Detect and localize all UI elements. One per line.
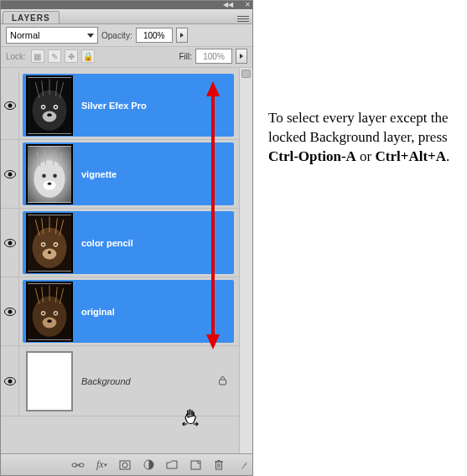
panel-header: LAYERS xyxy=(1,9,252,24)
svg-point-28 xyxy=(8,241,12,245)
visibility-eye-icon[interactable] xyxy=(4,377,16,385)
panel-tab-layers[interactable]: LAYERS xyxy=(3,11,60,23)
mask-icon[interactable] xyxy=(118,458,132,472)
layers-panel: ◀◀ ✕ LAYERS Normal Opacity: 100% Lock: ▦… xyxy=(0,0,253,476)
layer-row[interactable]: Silver Efex Pro xyxy=(1,71,239,140)
blend-mode-select[interactable]: Normal xyxy=(6,27,98,44)
opacity-flyout-button[interactable] xyxy=(176,28,188,43)
lock-icons: ▦ ✎ ✥ 🔒 xyxy=(31,49,95,63)
svg-point-50 xyxy=(54,312,56,313)
layer-name: Background xyxy=(81,376,131,386)
layer-thumbnail xyxy=(26,282,73,342)
svg-point-20 xyxy=(42,173,46,178)
layer-thumbnail xyxy=(26,213,73,273)
layer-row[interactable]: original xyxy=(1,277,239,346)
layer-thumbnail xyxy=(26,351,73,411)
svg-point-7 xyxy=(42,106,44,107)
svg-point-45 xyxy=(33,296,67,336)
panel-topbar: ◀◀ ✕ xyxy=(1,1,252,9)
lock-row: Lock: ▦ ✎ ✥ 🔒 Fill: 100% xyxy=(1,47,252,68)
resize-grip-icon[interactable] xyxy=(237,461,246,469)
blend-row: Normal Opacity: 100% xyxy=(1,24,252,47)
svg-point-65 xyxy=(122,463,127,468)
layers-list: Silver Efex Pro vignette xyxy=(1,68,239,453)
collapse-icon[interactable]: ◀◀ xyxy=(223,2,233,8)
link-icon[interactable] xyxy=(71,458,85,472)
layer-name: Silver Efex Pro xyxy=(81,101,147,111)
layers-body: Silver Efex Pro vignette xyxy=(1,68,252,453)
lock-transparency-icon[interactable]: ▦ xyxy=(31,49,44,63)
fill-field[interactable]: 100% xyxy=(195,49,232,64)
layer-row[interactable]: Background xyxy=(1,346,239,416)
new-layer-icon[interactable] xyxy=(189,458,202,472)
svg-point-9 xyxy=(47,113,52,116)
svg-point-16 xyxy=(8,172,12,176)
trash-icon[interactable] xyxy=(212,458,226,472)
lock-position-icon[interactable]: ✥ xyxy=(65,49,78,63)
svg-point-51 xyxy=(47,319,52,323)
svg-rect-67 xyxy=(191,461,200,469)
layer-name: original xyxy=(81,307,115,317)
svg-point-49 xyxy=(42,312,44,313)
svg-point-58 xyxy=(8,379,12,383)
visibility-eye-icon[interactable] xyxy=(4,308,16,316)
svg-rect-68 xyxy=(216,462,222,469)
svg-point-8 xyxy=(54,106,56,107)
panel-footer: fx▾ xyxy=(1,453,252,475)
svg-rect-59 xyxy=(28,353,71,409)
svg-point-1 xyxy=(8,103,12,107)
lock-icon xyxy=(218,375,227,387)
layer-name: vignette xyxy=(81,169,117,179)
adjustment-icon[interactable] xyxy=(142,458,155,472)
lock-label: Lock: xyxy=(6,52,26,61)
fill-label: Fill: xyxy=(179,52,192,61)
blend-mode-value: Normal xyxy=(10,30,39,40)
group-icon[interactable] xyxy=(165,458,179,472)
svg-point-30 xyxy=(33,227,67,267)
fx-icon[interactable]: fx▾ xyxy=(95,458,108,472)
svg-point-21 xyxy=(53,173,57,178)
svg-point-36 xyxy=(48,251,51,254)
opacity-field[interactable]: 100% xyxy=(136,28,173,43)
caption-text: To select every layer except the locked … xyxy=(253,0,467,476)
svg-point-35 xyxy=(54,243,56,245)
scrollbar[interactable] xyxy=(239,68,252,453)
close-icon[interactable]: ✕ xyxy=(245,2,251,8)
chevron-down-icon xyxy=(87,34,94,38)
visibility-eye-icon[interactable] xyxy=(4,101,16,110)
panel-menu-icon[interactable] xyxy=(237,13,249,23)
lock-paint-icon[interactable]: ✎ xyxy=(48,49,61,63)
svg-point-19 xyxy=(44,180,56,189)
svg-rect-60 xyxy=(220,380,226,385)
svg-point-34 xyxy=(42,243,44,245)
fill-flyout-button[interactable] xyxy=(236,49,247,64)
layer-row[interactable]: vignette xyxy=(1,140,239,209)
layer-thumbnail xyxy=(26,75,73,136)
svg-point-22 xyxy=(48,182,52,184)
svg-point-18 xyxy=(34,160,65,198)
layer-row[interactable]: color pencil xyxy=(1,209,239,277)
lock-all-icon[interactable]: 🔒 xyxy=(81,49,95,63)
opacity-label: Opacity: xyxy=(101,31,132,40)
layer-name: color pencil xyxy=(81,238,133,248)
svg-point-43 xyxy=(8,309,12,313)
scroll-thumb[interactable] xyxy=(241,70,251,78)
visibility-eye-icon[interactable] xyxy=(4,170,16,178)
layer-thumbnail xyxy=(26,144,73,204)
svg-point-3 xyxy=(33,90,67,130)
visibility-eye-icon[interactable] xyxy=(4,239,16,247)
